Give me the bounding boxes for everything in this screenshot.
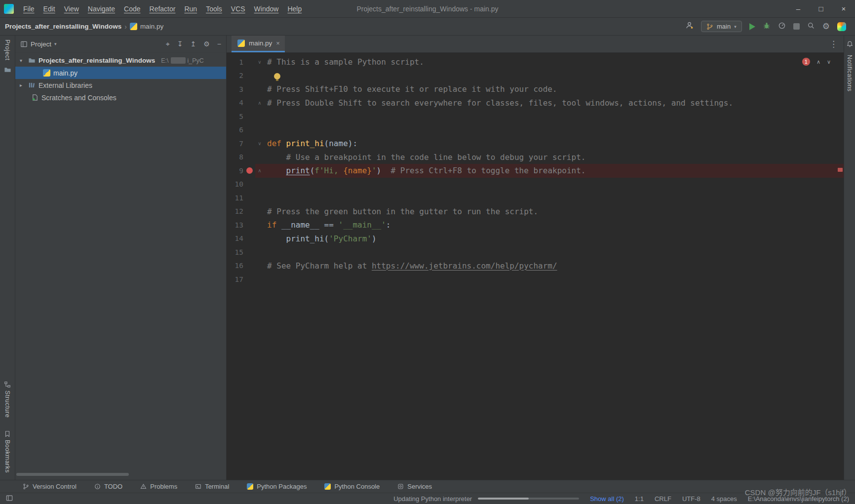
code-line[interactable]: 5 <box>227 110 844 123</box>
chevron-right-icon[interactable]: ▸ <box>20 82 25 88</box>
line-number: 12 <box>227 207 243 215</box>
next-problem-icon[interactable]: ∨ <box>827 59 831 65</box>
code-line[interactable]: 15 <box>227 245 844 259</box>
fold-marker-icon[interactable]: ∧ <box>255 100 264 106</box>
code-line[interactable]: 13if __name__ == '__main__': <box>227 218 844 232</box>
code-line[interactable]: 16# See PyCharm help at https://www.jetb… <box>227 259 844 273</box>
editor-tab-bar: main.py × ⋮ <box>227 36 844 53</box>
tab-main-py[interactable]: main.py × <box>232 35 285 52</box>
menu-navigate[interactable]: Navigate <box>83 5 119 13</box>
code-line[interactable]: 4∧# Press Double Shift to search everywh… <box>227 96 844 110</box>
structure-stripe-label: Structure <box>4 390 11 418</box>
caret-position-widget[interactable]: 1:1 <box>635 495 644 503</box>
project-view-dropdown-icon[interactable]: ▾ <box>54 41 57 46</box>
code-text: # Use a breakpoint in the code line belo… <box>264 153 585 162</box>
code-line[interactable]: 14 print_hi('PyCharm') <box>227 232 844 246</box>
show-all-link[interactable]: Show all (2) <box>590 495 624 503</box>
code-line[interactable]: 2 <box>227 69 844 83</box>
code-line[interactable]: 11 <box>227 191 844 205</box>
breakpoint-icon[interactable] <box>246 167 253 174</box>
fold-marker-icon[interactable]: ∨ <box>255 141 264 146</box>
fold-marker-icon[interactable]: ∨ <box>255 59 264 65</box>
breadcrumb-project[interactable]: Projects_after_reinstalling_Windows <box>5 23 121 30</box>
stop-button[interactable] <box>793 23 800 30</box>
chevron-down-icon[interactable]: ▾ <box>20 58 25 63</box>
code-line[interactable]: 17 <box>227 272 844 286</box>
encoding-widget[interactable]: UTF-8 <box>682 495 700 503</box>
locate-file-icon[interactable]: ⌖ <box>166 40 170 48</box>
tool-window-button-problems[interactable]: Problems <box>140 483 177 490</box>
close-button[interactable]: × <box>832 0 855 18</box>
collapse-all-icon[interactable]: ↥ <box>191 40 196 48</box>
tab-close-icon[interactable]: × <box>276 39 280 47</box>
notifications-bell-icon[interactable] <box>846 40 854 50</box>
tree-row-project-root[interactable]: ▾ Projects_after_reinstalling_Windows E:… <box>15 54 226 67</box>
menu-refactor[interactable]: Refactor <box>145 5 180 13</box>
breadcrumb-file[interactable]: main.py <box>130 23 163 30</box>
hide-panel-icon[interactable]: − <box>217 40 221 48</box>
status-bar: Updating Python interpreter Show all (2)… <box>0 493 855 504</box>
tool-window-toggle-icon[interactable] <box>6 495 13 503</box>
ide-gradient-badge-icon[interactable] <box>837 22 846 31</box>
indent-widget[interactable]: 4 spaces <box>711 495 737 503</box>
profile-with-coverage-icon[interactable] <box>778 22 786 32</box>
menu-tools[interactable]: Tools <box>201 5 227 13</box>
menu-run[interactable]: Run <box>180 5 201 13</box>
menu-edit[interactable]: Edit <box>39 5 60 13</box>
tool-window-button-project[interactable]: Project <box>4 39 11 74</box>
tree-row-scratches[interactable]: Scratches and Consoles <box>15 91 226 104</box>
run-button[interactable] <box>749 23 755 30</box>
project-root-path-hint: E:\ i_PyC <box>161 57 204 64</box>
user-profile-icon[interactable] <box>685 21 694 32</box>
fold-marker-icon[interactable]: ∧ <box>255 168 264 173</box>
code-line[interactable]: 10 <box>227 178 844 192</box>
menu-help[interactable]: Help <box>283 5 306 13</box>
code-line[interactable]: 7∨def print_hi(name): <box>227 137 844 151</box>
settings-gear-icon[interactable]: ⚙ <box>822 22 830 31</box>
code-line[interactable]: 6 <box>227 123 844 137</box>
progress-label: Updating Python interpreter <box>393 495 472 503</box>
minimize-button[interactable]: – <box>787 0 810 18</box>
tool-window-button-bookmarks[interactable]: Bookmarks <box>4 430 11 473</box>
code-line[interactable]: 12# Press the green button in the gutter… <box>227 205 844 219</box>
code-line[interactable]: 8 # Use a breakpoint in the code line be… <box>227 151 844 164</box>
previous-problem-icon[interactable]: ∧ <box>816 59 820 65</box>
python-file-icon <box>43 69 50 77</box>
expand-all-icon[interactable]: ↧ <box>177 40 183 48</box>
tool-window-button-terminal[interactable]: Terminal <box>195 483 229 490</box>
error-count-badge[interactable]: 1 <box>802 58 810 66</box>
project-root-label: Projects_after_reinstalling_Windows <box>39 57 155 64</box>
gutter-breakpoint-area[interactable] <box>243 167 255 174</box>
code-line[interactable]: 3# Press Shift+F10 to execute it or repl… <box>227 82 844 96</box>
menu-view[interactable]: View <box>60 5 83 13</box>
line-separator-widget[interactable]: CRLF <box>655 495 671 503</box>
editor-content[interactable]: 1∨# This is a sample Python script.23# P… <box>227 53 844 480</box>
tool-window-button-todo[interactable]: TODO <box>94 483 122 490</box>
tree-row-main-py[interactable]: main.py <box>15 67 226 79</box>
menu-vcs[interactable]: VCS <box>227 5 250 13</box>
notifications-stripe-label[interactable]: Notifications <box>846 55 853 92</box>
search-everywhere-icon[interactable] <box>807 22 815 32</box>
menu-code[interactable]: Code <box>119 5 145 13</box>
line-number: 17 <box>227 275 243 283</box>
horizontal-scrollbar[interactable] <box>16 473 129 476</box>
menu-file[interactable]: File <box>19 5 39 13</box>
branch-selector[interactable]: main ▾ <box>701 21 742 32</box>
tool-window-button-version-control[interactable]: Version Control <box>23 483 77 490</box>
intention-bulb-icon[interactable] <box>274 73 280 79</box>
bookmarks-stripe-label: Bookmarks <box>4 440 11 473</box>
tool-window-button-python-packages[interactable]: Python Packages <box>247 483 307 490</box>
maximize-button[interactable]: □ <box>810 0 832 18</box>
tree-row-external-libraries[interactable]: ▸ External Libraries <box>15 79 226 91</box>
menu-window[interactable]: Window <box>250 5 283 13</box>
panel-settings-gear-icon[interactable]: ⚙ <box>203 40 210 48</box>
tab-options-kebab-icon[interactable]: ⋮ <box>829 39 844 49</box>
error-stripe-mark[interactable] <box>838 168 843 172</box>
tool-window-button-services[interactable]: Services <box>397 483 432 490</box>
tool-window-button-python-console[interactable]: Python Console <box>324 483 380 490</box>
tool-window-button-structure[interactable]: Structure <box>4 381 11 418</box>
debug-button[interactable] <box>763 22 771 32</box>
code-line[interactable]: 1∨# This is a sample Python script. <box>227 55 844 69</box>
project-view-selector[interactable]: Project <box>31 40 51 48</box>
code-line[interactable]: 9∧ print(f'Hi, {name}') # Press Ctrl+F8 … <box>227 164 844 178</box>
